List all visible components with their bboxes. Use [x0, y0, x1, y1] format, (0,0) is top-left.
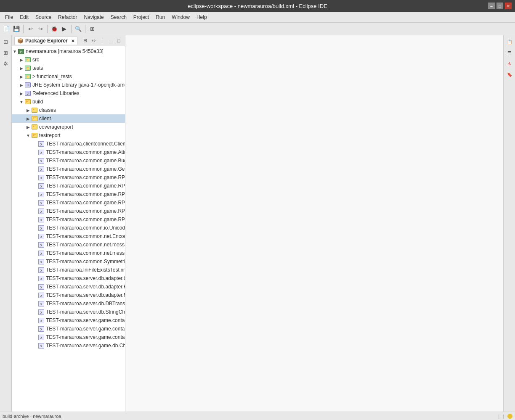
arrow-testreport: ▼ [25, 133, 31, 138]
label-f10: TEST-marauroa.common.game.RPSlotTest.xml [46, 217, 125, 222]
tree-item-f10[interactable]: X TEST-marauroa.common.game.RPSlotTest.x… [12, 215, 125, 224]
right-icon-error[interactable]: ⚠ [505, 59, 514, 68]
tree-item-f1[interactable]: X TEST-marauroa.clientconnect.ClientConn… [12, 140, 125, 148]
arrow-build: ▼ [19, 100, 24, 104]
panel-menu-button[interactable]: ⋮ [98, 37, 106, 45]
tree-item-ref-libs[interactable]: ▶ J Referenced Libraries [12, 89, 125, 98]
tree-item-f9[interactable]: X TEST-marauroa.common.game.RPObjectTest… [12, 207, 125, 215]
tree-item-f14[interactable]: X TEST-marauroa.common.net.message.Trans… [12, 249, 125, 257]
minimize-button[interactable]: – [488, 3, 495, 9]
tree-item-f16[interactable]: X TEST-marauroa.IniFileExistsTest.xml [12, 266, 125, 274]
tree-item-client[interactable]: ▶ 📁 client [12, 114, 125, 123]
label-f13: TEST-marauroa.common.net.message.Message… [46, 242, 125, 248]
tree-item-f13[interactable]: X TEST-marauroa.common.net.message.Messa… [12, 240, 125, 249]
tree-item-f5[interactable]: X TEST-marauroa.common.game.RPClassTest.… [12, 173, 125, 182]
menu-edit[interactable]: Edit [16, 13, 32, 21]
tree-item-f12[interactable]: X TEST-marauroa.common.net.EncoderDecode… [12, 232, 125, 240]
save-button[interactable]: 💾 [12, 24, 21, 34]
maximize-button[interactable]: □ [496, 3, 503, 9]
left-icon-2[interactable]: ⊞ [1, 48, 11, 57]
close-button[interactable]: ✕ [505, 3, 512, 9]
menu-window[interactable]: Window [168, 13, 193, 21]
tree-item-f8[interactable]: X TEST-marauroa.common.game.RPObjectIDTe… [12, 198, 125, 207]
menu-file[interactable]: File [2, 13, 16, 21]
tree-item-f15[interactable]: X TEST-marauroa.common.SymmetricKeyTest.… [12, 257, 125, 266]
icon-f20: X [38, 300, 45, 307]
label-f25: TEST-marauroa.server.game.db.CharacterAc… [46, 343, 125, 349]
undo-button[interactable]: ↩ [26, 24, 35, 34]
maximize-panel-button[interactable]: □ [115, 37, 122, 45]
menu-run[interactable]: Run [152, 13, 168, 21]
arrow-jre: ▶ [19, 83, 24, 87]
tree-item-f24[interactable]: X TEST-marauroa.server.game.container.Se… [12, 333, 125, 341]
tree-item-f4[interactable]: X TEST-marauroa.common.game.GetAndApplyD… [12, 165, 125, 173]
icon-f9: X [38, 208, 45, 214]
icon-tests: 📁 [24, 65, 31, 71]
link-editor-button[interactable]: ⇔ [90, 37, 97, 45]
label-f14: TEST-marauroa.common.net.message.Transfe… [46, 250, 125, 256]
tree-item-f2[interactable]: X TEST-marauroa.common.game.AttributesTe… [12, 148, 125, 156]
tree-item-f3[interactable]: X TEST-marauroa.common.game.BugAtApplyDi… [12, 156, 125, 165]
label-f16: TEST-marauroa.IniFileExistsTest.xml [46, 267, 125, 273]
menu-source[interactable]: Source [32, 13, 55, 21]
menu-help[interactable]: Help [193, 13, 210, 21]
tree-item-f6[interactable]: X TEST-marauroa.common.game.RPEventTest.… [12, 182, 125, 190]
tree-item-f25[interactable]: X TEST-marauroa.server.game.db.Character… [12, 341, 125, 350]
package-explorer-close[interactable]: ✕ [71, 39, 74, 43]
menu-navigate[interactable]: Navigate [80, 13, 107, 21]
perspective-button[interactable]: ⊞ [88, 24, 97, 34]
icon-f1: X [38, 140, 45, 147]
search-button[interactable]: 🔍 [74, 24, 83, 34]
debug-button[interactable]: 🐞 [50, 24, 59, 34]
tree-item-tests[interactable]: ▶ 📁 tests [12, 64, 125, 72]
menu-search[interactable]: Search [107, 13, 130, 21]
label-f22: TEST-marauroa.server.game.container.Char… [46, 317, 125, 323]
menu-refactor[interactable]: Refactor [55, 13, 80, 21]
label-tests: tests [32, 65, 43, 71]
tree-item-f17[interactable]: X TEST-marauroa.server.db.adapter.Create… [12, 274, 125, 283]
label-f12: TEST-marauroa.common.net.EncoderDecoderT… [46, 233, 125, 239]
label-src: src [32, 57, 39, 63]
minimize-panel-button[interactable]: _ [106, 37, 114, 45]
collapse-all-button[interactable]: ⊟ [81, 37, 89, 45]
label-f18: TEST-marauroa.server.db.adapter.H2Databa… [46, 284, 125, 290]
arrow-root: ▼ [12, 49, 18, 54]
new-button[interactable]: 📄 [2, 24, 11, 34]
toolbar: 📄 💾 ↩ ↪ 🐞 ▶ 🔍 ⊞ [0, 23, 515, 35]
tree-item-f21[interactable]: X TEST-marauroa.server.db.StringCheckerT… [12, 308, 125, 316]
icon-f24: X [38, 334, 45, 341]
package-explorer-tab[interactable]: 📦 Package Explorer ✕ [14, 37, 77, 45]
right-icon-bookmark[interactable]: 🔖 [505, 70, 514, 79]
right-icon-outline[interactable]: ☰ [505, 48, 514, 57]
tree-item-build[interactable]: ▼ 📂 build [12, 98, 125, 106]
tree-item-functional_tests[interactable]: ▶ 📁 > functional_tests [12, 72, 125, 81]
icon-f19: X [38, 292, 45, 298]
tree-item-f18[interactable]: X TEST-marauroa.server.db.adapter.H2Data… [12, 283, 125, 291]
left-icon-1[interactable]: ⊡ [1, 37, 11, 46]
tree-item-root[interactable]: ▼ P newmarauroa [marauroa 5450a33] [12, 47, 125, 55]
right-icon-task[interactable]: 📋 [505, 37, 514, 46]
arrow-classes: ▶ [25, 108, 31, 113]
left-icon-3[interactable]: ✲ [1, 59, 11, 68]
menu-project[interactable]: Project [130, 13, 152, 21]
tree-item-f11[interactable]: X TEST-marauroa.common.io.UnicodeSupport… [12, 224, 125, 232]
left-icon-bar: ⊡ ⊞ ✲ [0, 35, 12, 412]
tree-item-f19[interactable]: X TEST-marauroa.server.db.adapter.MySQLD… [12, 291, 125, 299]
tree-item-jre[interactable]: ▶ J JRE System Library [java-17-openjdk-… [12, 81, 125, 89]
tree-item-classes[interactable]: ▶ 📁 classes [12, 106, 125, 114]
tree-item-src[interactable]: ▶ 📁 src [12, 55, 125, 64]
redo-button[interactable]: ↪ [36, 24, 45, 34]
tree-view[interactable]: ▼ P newmarauroa [marauroa 5450a33] ▶ 📁 s… [12, 46, 125, 412]
title-bar: eclipse-workspace - newmarauroa/build.xm… [0, 0, 515, 12]
tree-item-f20[interactable]: X TEST-marauroa.server.db.DBTransactionT… [12, 299, 125, 308]
tree-item-testreport[interactable]: ▼ 📂 testreport [12, 131, 125, 140]
toolbar-sep-1 [23, 25, 24, 33]
tree-item-f23[interactable]: X TEST-marauroa.server.game.container.Pl… [12, 325, 125, 333]
panel-header: 📦 Package Explorer ✕ ⊟ ⇔ ⋮ _ □ [12, 35, 125, 46]
run-button[interactable]: ▶ [60, 24, 69, 34]
package-explorer: 📦 Package Explorer ✕ ⊟ ⇔ ⋮ _ □ ▼ P newma… [12, 35, 125, 412]
label-f24: TEST-marauroa.server.game.container.Secu… [46, 334, 125, 340]
tree-item-f7[interactable]: X TEST-marauroa.common.game.RPObjectDelt… [12, 190, 125, 198]
tree-item-f22[interactable]: X TEST-marauroa.server.game.container.Ch… [12, 316, 125, 325]
tree-item-coveragereport[interactable]: ▶ 📁 coveragereport [12, 123, 125, 131]
